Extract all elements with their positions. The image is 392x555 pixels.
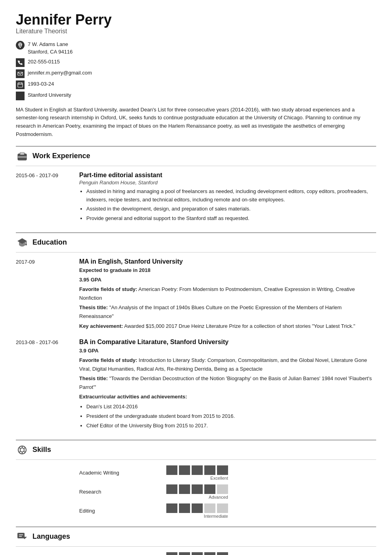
languages-title: Languages (32, 532, 70, 541)
work-bullet-0-2: Provide general and editorial support to… (86, 214, 376, 223)
edu-gpa-1: 3.9 GPA (79, 346, 376, 355)
candidate-name: Jennifer Perry (16, 12, 376, 28)
skill-bar-2-3 (204, 503, 215, 513)
skill-bar-wrap-0: Excellent (166, 465, 228, 480)
skill-bar-1-3 (204, 484, 215, 494)
skills-rows: Academic WritingExcellentResearchAdvance… (16, 465, 376, 519)
skill-bar-0-0 (166, 465, 177, 475)
skill-bar-wrap-2: Intermediate (166, 503, 228, 519)
edu-achievement-0: Key achievement: Awarded $15,000 2017 Dr… (79, 322, 376, 331)
svg-rect-12 (26, 241, 27, 244)
skills-icon (16, 444, 29, 456)
work-entry-0: 2015-06 - 2017-09 Part-time editorial as… (16, 172, 376, 224)
work-experience-header: Work Experience (16, 146, 376, 166)
email-icon (16, 69, 25, 78)
edu-extra-bullet-1-2: Chief Editor of the University Blog from… (86, 422, 376, 430)
svg-line-17 (24, 448, 26, 449)
skill-bar-0-2 (192, 465, 203, 475)
skill-row-0: Academic WritingExcellent (16, 465, 376, 480)
location-icon (16, 41, 25, 50)
edu-date-0: 2017-09 (16, 258, 79, 331)
dob-text: 1993-03-24 (28, 80, 54, 88)
summary-text: MA Student in English at Stanford Univer… (16, 106, 376, 139)
skills-section: Skills Academic WritingExcellentResearch… (16, 440, 376, 519)
skill-bar-2-2 (192, 503, 203, 513)
languages-icon (16, 530, 29, 543)
edu-expected-0: Expected to graduate in 2018 (79, 266, 376, 275)
phone-item: 202-555-0115 (16, 58, 376, 67)
skills-header: Skills (16, 440, 376, 460)
work-date-0: 2015-06 - 2017-09 (16, 172, 79, 224)
work-bullet-0-1: Assisted in the development, design, and… (86, 205, 376, 213)
svg-point-0 (19, 44, 21, 45)
university-icon (16, 92, 25, 100)
edu-gpa-0: 3.95 GPA (79, 276, 376, 284)
phone-icon (16, 58, 25, 67)
university-text: Stanford University (28, 91, 71, 99)
lang-bar-0-0 (166, 552, 177, 555)
work-experience-section: Work Experience 2015-06 - 2017-09 Part-t… (16, 146, 376, 224)
edu-thesis-0: Thesis title: "An Analysis of the Impact… (79, 303, 376, 321)
work-title-0: Part-time editorial assistant (79, 172, 376, 179)
skill-bar-1-0 (166, 484, 177, 494)
edu-fields-0: Favorite fields of study: American Poetr… (79, 285, 376, 302)
skill-bar-1-4 (217, 484, 228, 494)
work-content-0: Part-time editorial assistant Penguin Ra… (79, 172, 376, 224)
edu-content-1: BA in Comparative Litarature, Stanford U… (79, 339, 376, 432)
skill-row-2: EditingIntermediate (16, 503, 376, 519)
edu-title-0: MA in English, Stanford University (79, 258, 376, 265)
work-bullet-0-0: Assisted in hiring and managing a pool o… (86, 188, 376, 204)
phone-text: 202-555-0115 (28, 58, 60, 66)
skill-bar-2-0 (166, 503, 177, 513)
skill-bar-2-1 (179, 503, 190, 513)
header-section: Jennifer Perry Literature Theorist (16, 12, 376, 35)
skill-level-2: Intermediate (204, 514, 228, 519)
lang-bar-wrap-0: Billingual (166, 552, 228, 555)
edu-title-1: BA in Comparative Litarature, Stanford U… (79, 339, 376, 346)
edu-extracurricular-label-1: Extracurricular activities and achieveme… (79, 392, 376, 401)
skill-bar-1-2 (192, 484, 203, 494)
lang-row-0: RussianBillingual (16, 552, 376, 555)
edu-fields-1: Favorite fields of study: Introduction t… (79, 356, 376, 373)
svg-line-20 (19, 451, 21, 452)
edu-entry-1: 2013-08 - 2017-06 BA in Comparative Lita… (16, 339, 376, 432)
skill-bar-wrap-1: Advanced (166, 484, 228, 500)
work-body-0: Assisted in hiring and managing a pool o… (79, 188, 376, 223)
lang-bar-0-2 (192, 552, 203, 555)
address-text: 7 W. Adams Lane Stanford, CA 94116 (28, 40, 72, 56)
edu-content-0: MA in English, Stanford University Expec… (79, 258, 376, 331)
svg-line-21 (19, 448, 21, 449)
work-experience-title: Work Experience (32, 152, 90, 160)
skill-level-1: Advanced (209, 495, 228, 500)
education-header: Education (16, 232, 376, 253)
skill-bar-0-3 (204, 465, 215, 475)
edu-extra-bullet-1-0: Dean's List 2014-2016 (86, 403, 376, 411)
dob-item: 1993-03-24 (16, 80, 376, 89)
skill-bar-1-1 (179, 484, 190, 494)
university-item: Stanford University (16, 91, 376, 100)
education-icon (16, 236, 29, 249)
languages-rows: RussianBillingualFrenchAdvancedSpanishAd… (16, 552, 376, 555)
edu-extracurricular-1: Dean's List 2014-2016 President of the u… (79, 403, 376, 430)
skill-row-1: ResearchAdvanced (16, 484, 376, 500)
edu-entry-0: 2017-09 MA in English, Stanford Universi… (16, 258, 376, 331)
edu-date-1: 2013-08 - 2017-06 (16, 339, 79, 432)
svg-rect-2 (18, 83, 23, 87)
lang-bar-0-3 (204, 552, 215, 555)
contact-section: 7 W. Adams Lane Stanford, CA 94116 202-5… (16, 40, 376, 100)
skills-title: Skills (32, 446, 51, 454)
calendar-icon (16, 80, 25, 89)
languages-section: Languages RussianBillingualFrenchAdvance… (16, 526, 376, 555)
edu-thesis-1: Thesis title: "Towards the Derridian Dec… (79, 374, 376, 392)
education-title: Education (32, 238, 67, 247)
edu-extra-bullet-1-1: President of the undergraduate student b… (86, 412, 376, 421)
edu-extra-bullets-1: Dean's List 2014-2016 President of the u… (79, 403, 376, 430)
address-item: 7 W. Adams Lane Stanford, CA 94116 (16, 40, 376, 56)
skill-name-1: Research (79, 489, 166, 495)
candidate-title: Literature Theorist (16, 28, 376, 35)
skill-bar-0-1 (179, 465, 190, 475)
languages-header: Languages (16, 526, 376, 547)
svg-point-13 (25, 244, 27, 245)
skill-bar-2-4 (217, 503, 228, 513)
skill-name-0: Academic Writing (79, 470, 166, 476)
